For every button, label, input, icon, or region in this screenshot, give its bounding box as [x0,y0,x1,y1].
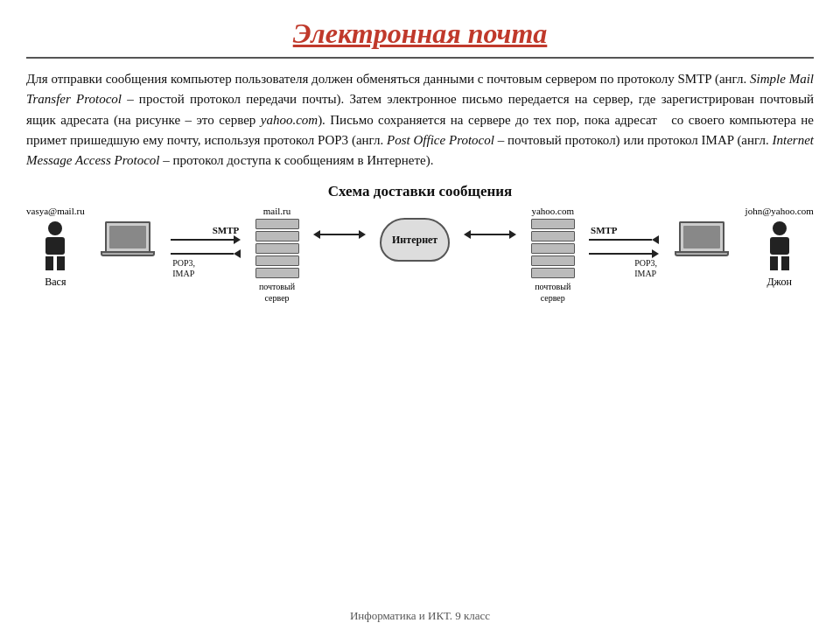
right-server-domain: yahoo.com [531,206,574,216]
left-smtp-label: SMTP [213,225,240,235]
internet-label: Интернет [392,234,438,247]
right-pop-arrow [589,249,659,258]
svg-point-4 [773,221,787,235]
left-person-name: Вася [45,276,66,289]
svg-point-0 [48,221,62,235]
left-laptop-screen [105,221,150,251]
right-server-stack [531,219,575,278]
left-server-u3 [256,243,299,254]
left-pop-label: POP3,IMAP [172,258,195,279]
left-server-u4 [256,256,299,266]
right-laptop-screen [679,221,724,251]
right-server-u3 [531,243,575,254]
left-smtp-arrow [171,235,241,244]
diagram-title: Схема доставки сообщения [328,183,513,200]
right-laptop-col [673,221,731,256]
right-server-col: yahoo.com почтовыйсервер [531,206,575,304]
right-smtp-label: SMTP [591,225,618,235]
main-text: Для отправки сообщения компьютер пользов… [26,69,814,171]
internet-cloud: Интернет [380,218,450,262]
right-server-u2 [531,231,575,242]
title-divider [26,57,814,59]
left-laptop-col [99,221,157,256]
footer: Информатика и ИКТ. 9 класс [0,609,840,623]
right-server-u5 [531,268,575,278]
left-person-col: vasya@mail.ru Вася [26,206,85,289]
right-laptop [675,221,729,256]
page-title: Электронная почта [293,18,548,50]
left-server-u2 [256,231,299,242]
svg-rect-3 [57,256,65,270]
left-server-col: mail.ru почтовыйсервер [256,206,299,304]
svg-rect-6 [770,256,778,270]
left-server-u5 [256,268,299,278]
right-server-u1 [531,219,575,229]
left-person-icon [38,220,72,272]
right-person-email: john@yahoo.com [746,206,814,216]
right-internet-arrow [464,230,516,239]
right-person-icon [763,220,796,272]
right-person-name: Джон [766,276,792,289]
left-internet-arrow-col [313,230,366,239]
svg-rect-7 [781,256,789,270]
left-pop-arrow [171,249,241,258]
right-server-u4 [531,256,575,266]
right-smtp-arrow [589,235,659,244]
svg-rect-1 [46,237,65,255]
left-server-stack [256,219,299,278]
svg-rect-2 [46,256,53,270]
left-arrows-col: SMTP POP3,IMAP [171,225,241,279]
left-server-u1 [256,219,299,229]
internet-col: Интернет [380,218,450,262]
svg-rect-5 [770,237,789,255]
left-laptop [101,221,155,256]
left-laptop-base [101,251,155,256]
right-pop-label: POP3,IMAP [634,258,657,279]
left-internet-arrow [313,230,366,239]
left-server-label: почтовыйсервер [259,281,295,304]
diagram: vasya@mail.ru Вася [26,206,814,304]
left-person-email: vasya@mail.ru [26,206,85,216]
right-arrows-col: SMTP POP3,IMAP [589,225,659,279]
right-internet-arrow-col [464,230,516,239]
right-laptop-base [675,251,729,256]
right-server-label: почтовыйсервер [535,281,570,304]
left-laptop-screen-inner [109,226,146,248]
right-laptop-screen-inner [683,226,720,248]
right-person-col: john@yahoo.com Джон [746,206,814,289]
left-server-domain: mail.ru [263,206,290,216]
